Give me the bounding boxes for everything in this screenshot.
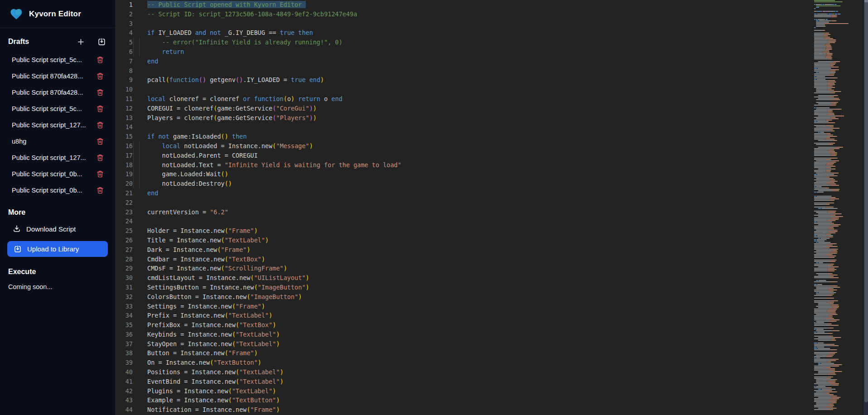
line-number: 25 [115,226,133,236]
code-line[interactable]: 29CMDsF = Instance.new("ScrollingFrame") [115,264,809,273]
delete-draft-button[interactable] [95,87,105,97]
download-script-button[interactable]: Download Script [7,223,108,235]
code-line[interactable]: 3 [115,19,809,29]
code-line[interactable]: 26Title = Instance.new("TextLabel") [115,236,809,245]
code-line[interactable]: 44Notification = Instance.new("Frame") [115,405,809,415]
new-draft-button[interactable] [74,36,87,47]
delete-draft-button[interactable] [95,169,105,179]
vertical-scrollbar[interactable] [863,0,868,415]
code-lines: 1-- Public Script opened with Kyvorn Edi… [115,0,809,415]
line-number: 22 [115,198,133,208]
delete-draft-button[interactable] [95,104,105,114]
code-line[interactable]: 22 [115,198,809,208]
code-line[interactable]: 36Keybinds = Instance.new("TextLabel") [115,330,809,339]
draft-item[interactable]: Public Script 870fa428... [7,84,108,101]
code-line[interactable]: 40Positions = Instance.new("TextLabel") [115,367,809,377]
code-text: Dark = Instance.new("Frame") [133,245,251,255]
code-line[interactable]: 6 return [115,47,809,57]
line-number: 36 [115,330,133,339]
code-line[interactable]: 8 [115,66,809,76]
code-line[interactable]: 11local cloneref = cloneref or function(… [115,94,809,104]
line-number: 19 [115,169,133,179]
import-draft-button[interactable] [95,36,108,47]
more-heading: More [7,208,108,217]
upload-tray-icon [14,245,22,253]
draft-item[interactable]: Public Script script_127... [7,117,108,133]
code-line[interactable]: 38Button = Instance.new("Frame") [115,348,809,358]
delete-draft-button[interactable] [95,55,105,65]
app-logo-icon [9,7,24,21]
code-line[interactable]: 2-- Script ID: script_1273c506-108a-4849… [115,10,809,19]
code-line[interactable]: 7end [115,57,809,66]
line-number: 11 [115,94,133,104]
delete-draft-button[interactable] [95,136,105,146]
code-line[interactable]: 19 game.Loaded:Wait() [115,169,809,179]
code-line[interactable]: 21end [115,188,809,198]
code-line[interactable]: 27Dark = Instance.new("Frame") [115,245,809,255]
draft-item-label: Public Script script_5c... [12,56,95,63]
code-text: Players = cloneref(game:GetService("Play… [133,113,317,123]
delete-draft-button[interactable] [95,71,105,81]
upload-to-library-button[interactable]: Upload to Library [7,241,108,257]
code-line[interactable]: 9pcall(function() getgenv().IY_LOADED = … [115,75,809,85]
draft-item[interactable]: Public Script script_5c... [7,52,108,68]
indent-guide [133,179,134,188]
code-line[interactable]: 41EventBind = Instance.new("TextLabel") [115,377,809,386]
trash-icon [96,89,104,96]
draft-item[interactable]: Public Script script_127... [7,150,108,166]
code-line[interactable]: 23currentVersion = "6.2" [115,208,809,217]
draft-item[interactable]: Public Script script_0b... [7,166,108,182]
code-line[interactable]: 34Prefix = Instance.new("TextLabel") [115,311,809,320]
code-line[interactable]: 31SettingsButton = Instance.new("ImageBu… [115,283,809,292]
draft-item[interactable]: Public Script script_0b... [7,182,108,198]
minimap[interactable] [813,0,863,415]
indent-guide [133,169,134,179]
delete-draft-button[interactable] [95,120,105,130]
code-line[interactable]: 14 [115,122,809,132]
code-editor[interactable]: 1-- Public Script opened with Kyvorn Edi… [115,0,868,415]
draft-item[interactable]: Public Script 870fa428... [7,68,108,84]
line-number: 35 [115,320,133,330]
code-line[interactable]: 18 notLoaded.Text = "Infinite Yield is w… [115,160,809,170]
code-line[interactable]: 13Players = cloneref(game:GetService("Pl… [115,113,809,123]
code-line[interactable]: 25Holder = Instance.new("Frame") [115,226,809,236]
code-line[interactable]: 43Example = Instance.new("TextButton") [115,396,809,405]
code-line[interactable]: 16 local notLoaded = Instance.new("Messa… [115,141,809,151]
code-line[interactable]: 4if IY_LOADED and not _G.IY_DEBUG == tru… [115,28,809,38]
line-number: 27 [115,245,133,255]
line-number: 13 [115,113,133,123]
trash-icon [96,72,104,80]
code-line[interactable]: 33Settings = Instance.new("Frame") [115,302,809,311]
code-line[interactable]: 5 -- error("Infinite Yield is already ru… [115,38,809,47]
delete-draft-button[interactable] [95,185,105,195]
indent-guide [133,47,134,57]
code-text: CMDsF = Instance.new("ScrollingFrame") [133,264,287,273]
code-line[interactable]: 28Cmdbar = Instance.new("TextBox") [115,255,809,264]
code-line[interactable]: 30cmdListLayout = Instance.new("UIListLa… [115,273,809,283]
code-line[interactable]: 20 notLoaded:Destroy() [115,179,809,188]
code-text: Notification = Instance.new("Frame") [133,405,280,415]
draft-item[interactable]: Public Script script_5c... [7,101,108,117]
draft-item[interactable]: u8hg [7,133,108,150]
code-line[interactable]: 1-- Public Script opened with Kyvorn Edi… [115,0,809,10]
code-text: Settings = Instance.new("Frame") [133,302,265,311]
code-line[interactable]: 17 notLoaded.Parent = COREGUI [115,151,809,160]
code-line[interactable]: 37StayOpen = Instance.new("TextLabel") [115,339,809,349]
code-text: StayOpen = Instance.new("TextLabel") [133,339,280,349]
code-line[interactable]: 32ColorsButton = Instance.new("ImageButt… [115,292,809,302]
code-line[interactable]: 42Plugins = Instance.new("TextLabel") [115,386,809,396]
code-line[interactable]: 35PrefixBox = Instance.new("TextBox") [115,320,809,330]
execute-heading: Execute [7,268,108,276]
delete-draft-button[interactable] [95,153,105,163]
line-number: 21 [115,188,133,198]
code-text: ColorsButton = Instance.new("ImageButton… [133,292,302,302]
code-line[interactable]: 24 [115,217,809,226]
code-text: Button = Instance.new("Frame") [133,348,258,358]
code-line[interactable]: 10 [115,85,809,94]
code-line[interactable]: 39On = Instance.new("TextButton") [115,358,809,367]
code-line[interactable]: 15if not game:IsLoaded() then [115,132,809,141]
scrollbar-thumb[interactable] [864,0,868,402]
code-text: SettingsButton = Instance.new("ImageButt… [133,283,309,292]
line-number: 12 [115,104,133,113]
code-line[interactable]: 12COREGUI = cloneref(game:GetService("Co… [115,104,809,113]
